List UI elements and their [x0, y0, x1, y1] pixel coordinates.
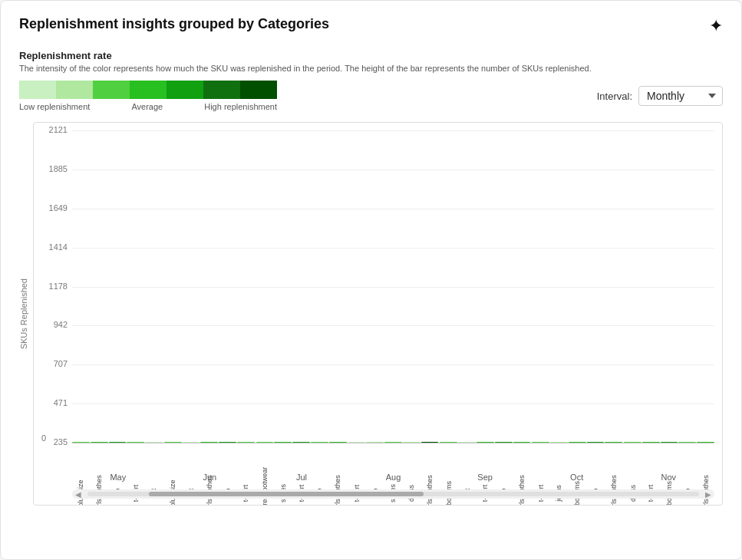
legend-section: Replenishment rate The intensity of the …	[19, 50, 723, 111]
legend-swatch	[93, 81, 130, 99]
x-axis-line	[72, 443, 714, 443]
month-label: Jun	[164, 473, 256, 482]
scrollbar-thumb[interactable]	[149, 492, 424, 496]
y-axis-label: SKUs Replenished	[19, 278, 28, 349]
swatch-labels: Low replenishment Average High replenish…	[19, 102, 277, 111]
label-high: High replenishment	[204, 102, 277, 111]
legend-swatch	[56, 81, 93, 99]
y-grid-label: 707	[37, 359, 68, 368]
month-label: May	[72, 473, 164, 482]
interval-label: Interval:	[597, 91, 632, 102]
bars-container: plus sizegirls clothestopt-shirthatplus …	[72, 130, 714, 443]
label-avg: Average	[131, 102, 163, 111]
y-grid-label: 471	[37, 398, 68, 407]
scrollbar[interactable]: ◀ ▶	[72, 489, 714, 499]
scroll-right-arrow[interactable]: ▶	[702, 490, 714, 499]
scrollbar-track	[87, 492, 699, 496]
scroll-left-arrow[interactable]: ◀	[72, 490, 84, 499]
legend-title: Replenishment rate	[19, 50, 723, 61]
y-grid-label: 1178	[37, 282, 68, 291]
card-header: Replenishment insights grouped by Catego…	[19, 16, 723, 36]
month-label: Nov	[622, 473, 714, 482]
month-label: Oct	[531, 473, 623, 482]
swatches-wrapper: Low replenishment Average High replenish…	[19, 81, 277, 111]
month-label-row: MayJunJulAugSepOctNov	[72, 473, 714, 482]
y-grid-label: 942	[37, 320, 68, 329]
legend-swatch	[167, 81, 203, 99]
y-grid-label: 1649	[37, 203, 68, 212]
legend-row: Low replenishment Average High replenish…	[19, 81, 723, 111]
interval-select[interactable]: DailyWeeklyMonthlyYearly	[638, 86, 723, 106]
main-card: Replenishment insights grouped by Catego…	[0, 0, 742, 560]
legend-swatch	[240, 81, 277, 99]
y-grid-label: 2121	[37, 125, 68, 134]
month-label: Aug	[348, 473, 440, 482]
y-grid-label: 1414	[37, 242, 68, 252]
sparkle-icon: ✦	[709, 16, 723, 36]
legend-swatch	[203, 81, 240, 99]
legend-swatch	[130, 81, 167, 99]
page-title: Replenishment insights grouped by Catego…	[19, 16, 329, 32]
chart-inner: 21211885164914141178942707471235 0 plus …	[33, 122, 723, 506]
month-label: Sep	[439, 473, 531, 482]
legend-description: The intensity of the color represents ho…	[19, 64, 723, 73]
zero-label: 0	[41, 433, 46, 443]
chart-area: SKUs Replenished 21211885164914141178942…	[19, 122, 723, 506]
swatches-row	[19, 81, 277, 99]
legend-swatch	[19, 81, 56, 99]
interval-row: Interval: DailyWeeklyMonthlyYearly	[597, 86, 723, 106]
y-grid-label: 1885	[37, 164, 68, 173]
month-label: Jul	[256, 473, 348, 482]
label-low: Low replenishment	[19, 102, 90, 111]
